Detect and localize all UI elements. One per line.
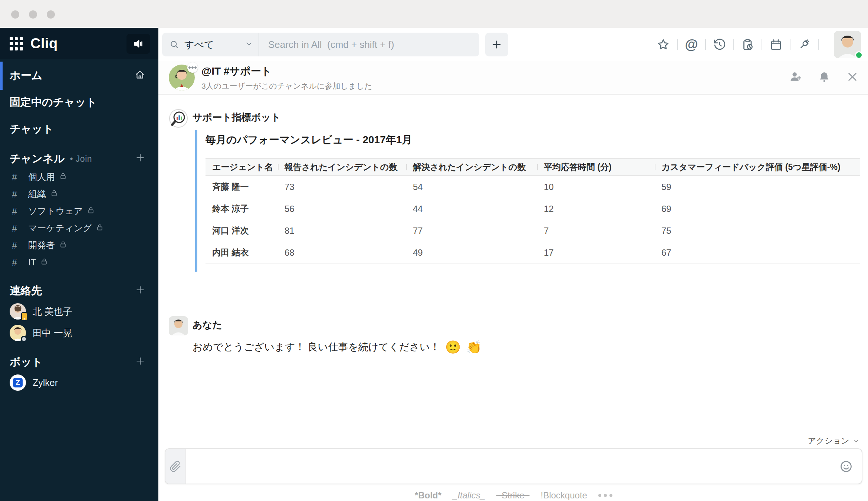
card-title: 毎月のパフォーマンスレビュー - 2017年1月	[206, 133, 868, 147]
channels-section-header[interactable]: チャンネル • Join	[0, 149, 158, 168]
calendar-button[interactable]	[769, 37, 783, 52]
user-avatar	[169, 316, 188, 354]
lock-icon	[96, 223, 103, 233]
column-header: カスタマーフィードバック評価 (5つ星評価-%)	[655, 161, 860, 173]
plus-icon	[491, 39, 502, 50]
search-scope-value: すべて	[184, 38, 214, 51]
channel-item-software[interactable]: # ソフトウェア	[0, 203, 158, 220]
add-member-button[interactable]	[789, 71, 802, 85]
message-input[interactable]	[186, 449, 839, 484]
channel-item-developers[interactable]: # 開発者	[0, 237, 158, 254]
history-icon	[713, 38, 726, 51]
app-grid-icon[interactable]	[10, 37, 23, 50]
add-bot-button[interactable]	[135, 356, 145, 369]
group-badge-icon	[187, 62, 198, 73]
channels-join-link[interactable]: • Join	[70, 154, 92, 164]
plus-icon	[135, 153, 145, 163]
column-header: 平均応答時間 (分)	[537, 161, 655, 173]
bot-item-zylker[interactable]: Z Zylker	[0, 372, 158, 393]
lock-icon	[59, 240, 67, 250]
channel-item-it[interactable]: # IT	[0, 254, 158, 271]
idle-status-badge	[21, 336, 27, 342]
channel-title: @IT #サポート	[201, 64, 372, 78]
avatar	[10, 325, 26, 341]
window-zoom-button[interactable]	[47, 10, 55, 19]
clap-emoji: 👏	[466, 340, 481, 354]
hash-icon: #	[12, 257, 23, 268]
divider	[818, 39, 819, 50]
hash-icon: #	[12, 189, 23, 200]
sidebar-item-label: ホーム	[10, 68, 42, 83]
format-hints: *Bold* _Italics_ ~Strike~ !Blockquote	[165, 490, 862, 501]
tasks-button[interactable]	[740, 37, 755, 52]
integrations-button[interactable]	[797, 37, 812, 52]
star-icon	[657, 38, 670, 51]
add-channel-button[interactable]	[135, 153, 145, 165]
table-row: 内田 結衣 68 49 17 67	[206, 242, 860, 263]
hash-icon: #	[12, 172, 23, 183]
starred-button[interactable]	[656, 37, 671, 52]
sidebar: Cliq ホーム 固定中のチャット チャット チャンネル • Join	[0, 28, 158, 501]
profile-avatar[interactable]	[834, 31, 861, 58]
channel-item-marketing[interactable]: # マーケティング	[0, 220, 158, 237]
lock-icon	[59, 172, 67, 182]
sidebar-item-pinned-chats[interactable]: 固定中のチャット	[0, 89, 158, 116]
plus-icon	[135, 285, 145, 295]
bot-message: サポート指標ボット 毎月のパフォーマンスレビュー - 2017年1月 エージェン…	[169, 109, 868, 272]
italics-hint: _Italics_	[453, 490, 485, 501]
metrics-table: エージェント名 報告されたインシデントの数 解決されたインシデントの数 平均応答…	[206, 158, 860, 264]
bots-header-label: ボット	[10, 355, 43, 370]
chat-area: サポート指標ボット 毎月のパフォーマンスレビュー - 2017年1月 エージェン…	[158, 95, 868, 354]
main-area: すべて @	[158, 28, 868, 501]
bot-message-body: サポート指標ボット 毎月のパフォーマンスレビュー - 2017年1月 エージェン…	[193, 109, 868, 272]
channel-header: @IT #サポート 3人のユーザーがこのチャンネルに参加しました	[158, 61, 868, 95]
contact-item-tanaka[interactable]: 田中 一晃	[0, 322, 158, 344]
search-scope-select[interactable]: すべて	[162, 33, 259, 56]
mentions-button[interactable]: @	[684, 37, 699, 52]
sidebar-item-chats[interactable]: チャット	[0, 116, 158, 143]
contact-item-kita[interactable]: 北 美也子	[0, 301, 158, 322]
lock-icon	[50, 189, 58, 199]
plus-icon	[135, 356, 145, 366]
window-minimize-button[interactable]	[29, 10, 37, 19]
close-channel-button[interactable]	[846, 71, 858, 84]
at-icon: @	[685, 37, 698, 52]
history-button[interactable]	[712, 37, 727, 52]
new-chat-button[interactable]	[485, 33, 508, 56]
more-formatting-button[interactable]	[598, 494, 612, 497]
table-row: 河口 洋次 81 77 7 75	[206, 220, 860, 242]
search-input[interactable]	[259, 33, 479, 56]
chevron-down-icon	[245, 40, 253, 49]
audio-toggle-button[interactable]	[126, 34, 150, 54]
user-sender-name: あなた	[193, 316, 868, 331]
window-close-button[interactable]	[11, 10, 19, 19]
search-icon	[170, 40, 179, 49]
channel-header-texts: @IT #サポート 3人のユーザーがこのチャンネルに参加しました	[201, 64, 372, 91]
strike-hint: ~Strike~	[496, 490, 529, 501]
channel-item-personal[interactable]: # 個人用	[0, 168, 158, 186]
channel-avatar	[169, 65, 195, 91]
actions-menu-button[interactable]: アクション	[808, 435, 859, 446]
sidebar-item-label: 固定中のチャット	[10, 95, 97, 110]
channel-subtitle: 3人のユーザーがこのチャンネルに参加しました	[201, 81, 372, 91]
divider	[677, 39, 678, 50]
smiley-icon	[839, 460, 853, 473]
divider	[705, 39, 706, 50]
zylker-bot-avatar: Z	[10, 374, 26, 391]
bots-section-header[interactable]: ボット	[0, 353, 158, 372]
add-contact-button[interactable]	[135, 285, 145, 297]
channel-item-org[interactable]: # 組織	[0, 186, 158, 203]
home-icon	[135, 69, 145, 82]
attach-file-button[interactable]	[165, 449, 186, 484]
message-composer	[165, 448, 862, 484]
emoji-picker-button[interactable]	[839, 449, 862, 484]
calendar-icon	[769, 38, 783, 51]
sidebar-item-home[interactable]: ホーム	[0, 62, 158, 89]
app-window: Cliq ホーム 固定中のチャット チャット チャンネル • Join	[0, 0, 868, 501]
message-text-row: おめでとうございます！ 良い仕事を続けてください！ 🙂 👏	[193, 340, 868, 354]
avatar	[10, 303, 26, 320]
table-header-row: エージェント名 報告されたインシデントの数 解決されたインシデントの数 平均応答…	[206, 158, 860, 176]
contacts-section-header[interactable]: 連絡先	[0, 281, 158, 301]
notifications-button[interactable]	[818, 71, 830, 84]
macos-titlebar	[0, 0, 868, 28]
